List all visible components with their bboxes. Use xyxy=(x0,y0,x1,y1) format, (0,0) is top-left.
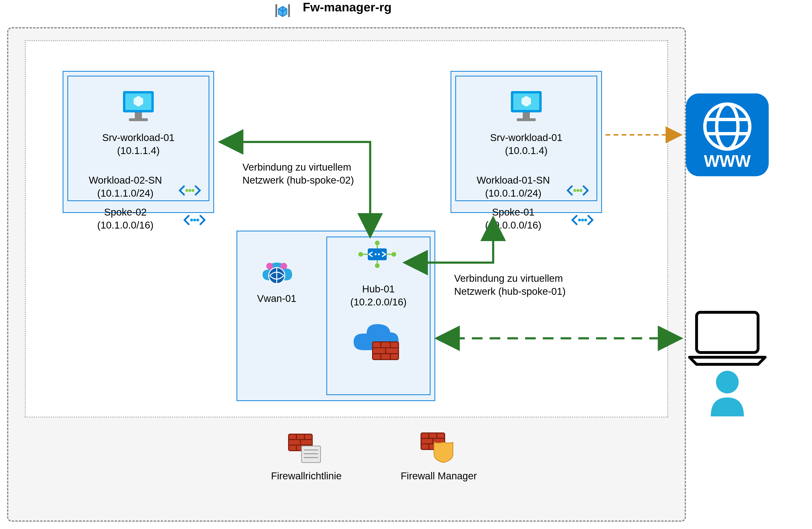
legend-firewall-manager: Firewall Manager xyxy=(397,470,480,483)
spoke-02-vm-ip: (10.1.1.4) xyxy=(79,144,198,157)
svg-point-9 xyxy=(196,219,199,221)
spoke-01-vnet-cidr: (10.0.0.0/16) xyxy=(455,219,571,232)
hub-icon xyxy=(357,240,397,269)
laptop-icon xyxy=(687,308,768,367)
svg-rect-3 xyxy=(129,118,148,121)
spoke-01-vm-ip: (10.0.1.4) xyxy=(467,144,585,157)
firewall-cloud-icon xyxy=(350,315,402,362)
vwan-name: Vwan-01 xyxy=(247,292,306,305)
svg-point-29 xyxy=(375,241,380,245)
resource-group-icon xyxy=(272,0,293,21)
svg-point-4 xyxy=(186,189,188,192)
svg-point-50 xyxy=(716,371,739,394)
user-icon xyxy=(707,369,748,416)
svg-point-25 xyxy=(375,253,377,255)
spoke-01-vm-name: Srv-workload-01 xyxy=(467,131,585,144)
firewall-policy-icon xyxy=(287,433,323,464)
svg-point-14 xyxy=(573,189,576,192)
svg-point-7 xyxy=(190,219,193,221)
svg-point-22 xyxy=(266,263,273,270)
vnet-icon xyxy=(183,213,206,227)
svg-rect-49 xyxy=(697,312,758,353)
spoke-02-vnet-cidr: (10.1.0.0/16) xyxy=(68,219,183,232)
svg-point-5 xyxy=(189,189,191,192)
svg-text:WWW: WWW xyxy=(704,152,751,170)
svg-point-15 xyxy=(577,189,579,192)
svg-point-30 xyxy=(375,263,380,268)
vm-icon xyxy=(121,89,156,122)
svg-point-28 xyxy=(391,252,396,257)
spoke-01-subnet-name: Workload-01-SN xyxy=(455,174,571,187)
svg-point-26 xyxy=(378,253,380,255)
vm-icon xyxy=(509,89,544,122)
hub-name: Hub-01 xyxy=(338,283,419,296)
svg-point-18 xyxy=(581,219,584,221)
vwan-icon xyxy=(259,253,294,289)
spoke-02-vnet-name: Spoke-02 xyxy=(68,206,183,219)
conn-02-label-2: Netzwerk (hub-spoke-02) xyxy=(243,174,365,187)
vnet-icon xyxy=(571,213,594,227)
svg-rect-13 xyxy=(517,118,536,121)
spoke-01-subnet-cidr: (10.0.1.0/24) xyxy=(455,187,571,200)
svg-point-8 xyxy=(193,219,196,221)
hub-cidr: (10.2.0.0/16) xyxy=(338,296,419,309)
svg-point-27 xyxy=(358,252,363,257)
svg-rect-24 xyxy=(368,248,387,260)
spoke-02-subnet-name: Workload-02-SN xyxy=(68,174,183,187)
svg-point-16 xyxy=(580,189,582,192)
conn-01-label-1: Verbindung zu virtuellem xyxy=(454,272,577,285)
svg-point-6 xyxy=(192,189,194,192)
www-icon: WWW xyxy=(686,94,769,176)
svg-point-17 xyxy=(578,219,581,221)
svg-point-23 xyxy=(280,263,287,270)
subnet-icon xyxy=(178,183,201,198)
spoke-02-subnet-cidr: (10.1.1.0/24) xyxy=(68,187,183,200)
svg-rect-12 xyxy=(523,112,530,118)
subnet-icon xyxy=(566,183,589,198)
spoke-01-vnet-name: Spoke-01 xyxy=(455,206,571,219)
conn-01-label-2: Netzwerk (hub-spoke-01) xyxy=(454,285,577,298)
firewall-manager-icon xyxy=(420,432,455,464)
resource-group-title: Fw-manager-rg xyxy=(303,0,392,14)
svg-rect-2 xyxy=(135,112,142,118)
conn-02-label-1: Verbindung zu virtuellem xyxy=(243,161,365,174)
spoke-02-vm-name: Srv-workload-01 xyxy=(79,131,198,144)
svg-point-19 xyxy=(584,219,587,221)
legend-firewall-policy: Firewallrichtlinie xyxy=(265,470,348,483)
